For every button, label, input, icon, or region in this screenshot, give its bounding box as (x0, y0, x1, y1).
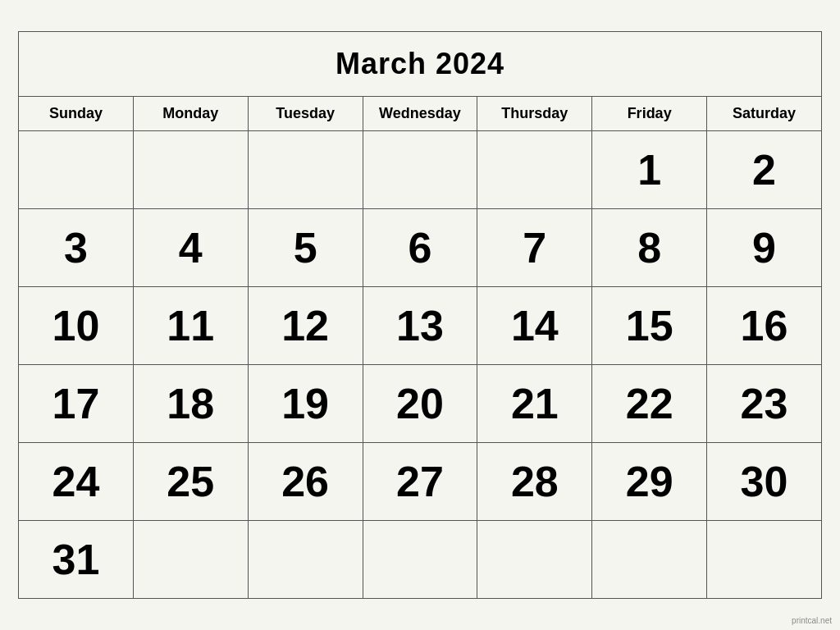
calendar-day (19, 131, 134, 209)
calendar-day (363, 131, 477, 209)
calendar-day: 10 (19, 287, 134, 365)
calendar-day: 26 (248, 443, 363, 521)
calendar-day: 6 (363, 209, 477, 287)
calendar-title: March 2024 (19, 32, 822, 97)
calendar-week-5: 31 (19, 521, 822, 599)
calendar-day: 20 (363, 365, 477, 443)
calendar-day (133, 131, 248, 209)
calendar-day: 15 (592, 287, 707, 365)
calendar-day: 13 (363, 287, 477, 365)
calendar-day (477, 521, 592, 599)
day-header-friday: Friday (592, 97, 707, 131)
day-header-sunday: Sunday (19, 97, 134, 131)
calendar-day: 12 (248, 287, 363, 365)
calendar-day (248, 521, 363, 599)
day-header-wednesday: Wednesday (363, 97, 477, 131)
calendar-day: 25 (133, 443, 248, 521)
calendar-day: 3 (19, 209, 134, 287)
calendar-body: 1234567891011121314151617181920212223242… (19, 131, 822, 599)
calendar-day: 2 (707, 131, 822, 209)
calendar-day: 24 (19, 443, 134, 521)
calendar-day: 4 (133, 209, 248, 287)
day-header-tuesday: Tuesday (248, 97, 363, 131)
calendar-day: 29 (592, 443, 707, 521)
calendar-day: 16 (707, 287, 822, 365)
calendar-day: 27 (363, 443, 477, 521)
calendar-day: 5 (248, 209, 363, 287)
calendar-week-1: 3456789 (19, 209, 822, 287)
calendar-day: 1 (592, 131, 707, 209)
calendar-week-0: 12 (19, 131, 822, 209)
calendar-wrapper: March 2024 SundayMondayTuesdayWednesdayT… (0, 0, 840, 630)
calendar-day (592, 521, 707, 599)
calendar-week-3: 17181920212223 (19, 365, 822, 443)
day-header-saturday: Saturday (707, 97, 822, 131)
calendar-week-2: 10111213141516 (19, 287, 822, 365)
calendar-day (707, 521, 822, 599)
calendar-day: 30 (707, 443, 822, 521)
calendar-day (363, 521, 477, 599)
calendar-day (133, 521, 248, 599)
calendar-day: 9 (707, 209, 822, 287)
calendar-table: March 2024 SundayMondayTuesdayWednesdayT… (18, 31, 822, 599)
calendar-day (477, 131, 592, 209)
calendar-day: 23 (707, 365, 822, 443)
calendar-day: 11 (133, 287, 248, 365)
calendar-week-4: 24252627282930 (19, 443, 822, 521)
calendar-day: 28 (477, 443, 592, 521)
calendar-day: 18 (133, 365, 248, 443)
calendar-day: 19 (248, 365, 363, 443)
watermark: printcal.net (792, 616, 832, 625)
calendar-day: 8 (592, 209, 707, 287)
calendar-day: 22 (592, 365, 707, 443)
calendar-day: 31 (19, 521, 134, 599)
calendar-day: 7 (477, 209, 592, 287)
calendar-day (248, 131, 363, 209)
calendar-day: 17 (19, 365, 134, 443)
calendar-day: 14 (477, 287, 592, 365)
calendar-day: 21 (477, 365, 592, 443)
day-header-thursday: Thursday (477, 97, 592, 131)
day-header-monday: Monday (133, 97, 248, 131)
calendar-header-row: SundayMondayTuesdayWednesdayThursdayFrid… (19, 97, 822, 131)
